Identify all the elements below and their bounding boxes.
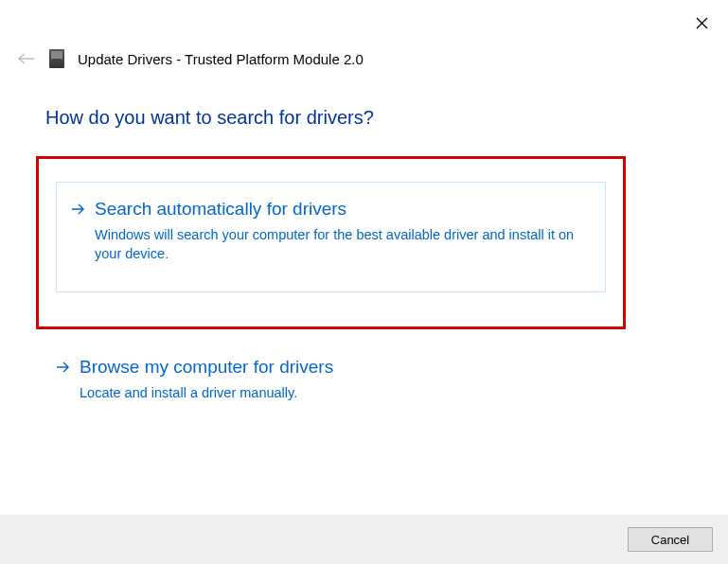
option-browse-computer[interactable]: Browse my computer for drivers Locate an… [36,343,626,423]
arrow-right-icon [57,360,70,377]
option-search-automatic[interactable]: Search automatically for drivers Windows… [36,156,626,329]
arrow-right-icon [72,202,85,219]
device-icon [49,49,64,68]
options-area: Search automatically for drivers Windows… [36,156,626,423]
titlebar [0,0,728,28]
cancel-button[interactable]: Cancel [628,527,713,552]
option-description: Locate and install a driver manually. [80,383,609,402]
footer-bar: Cancel [0,515,728,564]
option-title: Search automatically for drivers [95,198,590,221]
option-title: Browse my computer for drivers [80,356,609,379]
window-title: Update Drivers - Trusted Platform Module… [78,51,364,67]
option-text: Browse my computer for drivers Locate an… [80,356,609,402]
option-text: Search automatically for drivers Windows… [95,198,590,263]
back-arrow-icon [18,53,35,64]
option-description: Windows will search your computer for th… [95,225,590,264]
close-button[interactable] [692,13,711,32]
close-icon [696,17,708,29]
page-heading: How do you want to search for drivers? [45,107,374,129]
back-button[interactable] [17,49,36,68]
header-row: Update Drivers - Trusted Platform Module… [17,49,364,68]
